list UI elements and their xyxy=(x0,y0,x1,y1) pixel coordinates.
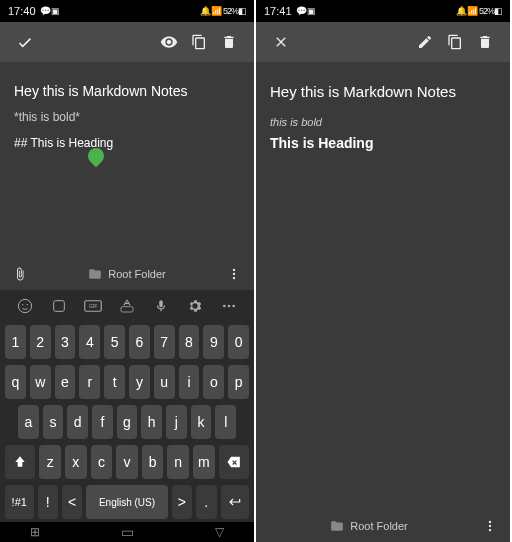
key-0[interactable]: 0 xyxy=(228,325,249,359)
status-notif-icons: 💬 ▣ xyxy=(296,6,316,16)
key-symbols[interactable]: !#1 xyxy=(5,485,34,519)
key-o[interactable]: o xyxy=(203,365,224,399)
key-s[interactable]: s xyxy=(43,405,64,439)
key-8[interactable]: 8 xyxy=(179,325,200,359)
keyboard-toolbar: GIF xyxy=(0,290,254,322)
emoji-icon xyxy=(17,298,33,314)
nav-back[interactable]: ▽ xyxy=(215,525,224,539)
copy-button[interactable] xyxy=(440,27,470,57)
kb-mic-button[interactable] xyxy=(149,294,173,318)
svg-point-2 xyxy=(233,277,235,279)
trash-icon xyxy=(221,34,237,50)
preview-toggle-button[interactable] xyxy=(154,27,184,57)
key-backspace[interactable] xyxy=(219,445,249,479)
kb-emoji-button[interactable] xyxy=(13,294,37,318)
key-c[interactable]: c xyxy=(91,445,113,479)
svg-rect-6 xyxy=(54,301,65,312)
delete-button[interactable] xyxy=(214,27,244,57)
folder-chip[interactable]: Root Folder xyxy=(330,519,407,533)
key-j[interactable]: j xyxy=(166,405,187,439)
key-w[interactable]: w xyxy=(30,365,51,399)
kb-row-numbers: 1234567890 xyxy=(0,322,254,362)
key-shift[interactable] xyxy=(5,445,35,479)
nav-recents[interactable]: ⊞ xyxy=(30,525,40,539)
pencil-icon xyxy=(417,34,433,50)
key-period[interactable]: . xyxy=(196,485,216,519)
key-e[interactable]: e xyxy=(55,365,76,399)
edit-button[interactable] xyxy=(410,27,440,57)
key-i[interactable]: i xyxy=(179,365,200,399)
svg-point-1 xyxy=(233,273,235,275)
svg-point-4 xyxy=(22,304,23,305)
key-q[interactable]: q xyxy=(5,365,26,399)
key-lang-prev[interactable]: < xyxy=(62,485,82,519)
preview-footer: Root Folder xyxy=(256,510,510,542)
more-vert-icon xyxy=(483,519,497,533)
key-2[interactable]: 2 xyxy=(30,325,51,359)
key-3[interactable]: 3 xyxy=(55,325,76,359)
key-5[interactable]: 5 xyxy=(104,325,125,359)
key-h[interactable]: h xyxy=(141,405,162,439)
key-space[interactable]: English (US) xyxy=(86,485,167,519)
folder-chip[interactable]: Root Folder xyxy=(88,267,165,281)
copy-icon xyxy=(447,34,463,50)
key-9[interactable]: 9 xyxy=(203,325,224,359)
svg-text:GIF: GIF xyxy=(89,303,98,309)
key-f[interactable]: f xyxy=(92,405,113,439)
key-7[interactable]: 7 xyxy=(154,325,175,359)
svg-point-3 xyxy=(18,299,31,312)
backspace-icon xyxy=(226,455,242,469)
delete-button[interactable] xyxy=(470,27,500,57)
status-time: 17:41 xyxy=(264,5,292,17)
key-g[interactable]: g xyxy=(117,405,138,439)
key-exclaim[interactable]: ! xyxy=(38,485,58,519)
eye-icon xyxy=(160,33,178,51)
editor-area[interactable]: Hey this is Markdown Notes *this is bold… xyxy=(0,62,254,258)
key-z[interactable]: z xyxy=(39,445,61,479)
toolbar-preview xyxy=(256,22,510,62)
key-r[interactable]: r xyxy=(79,365,100,399)
kb-sticker-button[interactable] xyxy=(47,294,71,318)
status-bar: 17:41 💬 ▣ 🔔 📶 52%◧ xyxy=(256,0,510,22)
key-l[interactable]: l xyxy=(215,405,236,439)
more-button[interactable] xyxy=(480,511,500,541)
kb-row-qwerty: qwertyuiop xyxy=(0,362,254,402)
confirm-button[interactable] xyxy=(10,27,40,57)
key-6[interactable]: 6 xyxy=(129,325,150,359)
key-u[interactable]: u xyxy=(154,365,175,399)
key-v[interactable]: v xyxy=(116,445,138,479)
kb-translate-button[interactable] xyxy=(115,294,139,318)
key-lang-next[interactable]: > xyxy=(172,485,192,519)
key-b[interactable]: b xyxy=(142,445,164,479)
kb-gif-button[interactable]: GIF xyxy=(81,294,105,318)
svg-point-14 xyxy=(489,525,491,527)
key-t[interactable]: t xyxy=(104,365,125,399)
kb-settings-button[interactable] xyxy=(183,294,207,318)
kb-more-button[interactable] xyxy=(217,294,241,318)
close-button[interactable] xyxy=(266,27,296,57)
nav-home[interactable]: ▭ xyxy=(121,524,134,540)
more-button[interactable] xyxy=(224,259,244,289)
copy-button[interactable] xyxy=(184,27,214,57)
enter-icon xyxy=(227,495,243,509)
close-icon xyxy=(273,34,289,50)
attach-button[interactable] xyxy=(10,259,30,289)
key-d[interactable]: d xyxy=(67,405,88,439)
svg-point-12 xyxy=(232,305,235,308)
key-n[interactable]: n xyxy=(167,445,189,479)
key-4[interactable]: 4 xyxy=(79,325,100,359)
status-notif-icons: 💬 ▣ xyxy=(40,6,60,16)
toolbar-edit xyxy=(0,22,254,62)
key-x[interactable]: x xyxy=(65,445,87,479)
preview-area: Hey this is Markdown Notes this is bold … xyxy=(256,62,510,510)
paperclip-icon xyxy=(13,267,27,281)
key-p[interactable]: p xyxy=(228,365,249,399)
key-1[interactable]: 1 xyxy=(5,325,26,359)
key-a[interactable]: a xyxy=(18,405,39,439)
preview-title: Hey this is Markdown Notes xyxy=(270,80,496,104)
key-k[interactable]: k xyxy=(191,405,212,439)
trash-icon xyxy=(477,34,493,50)
key-enter[interactable] xyxy=(221,485,250,519)
key-y[interactable]: y xyxy=(129,365,150,399)
key-m[interactable]: m xyxy=(193,445,215,479)
